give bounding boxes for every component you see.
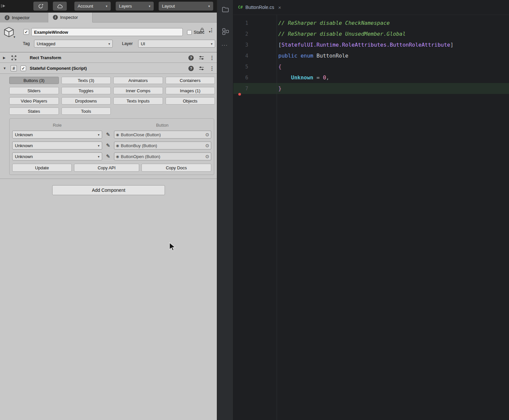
line-number[interactable]: 2 [233,31,277,37]
layout-label: Layout [162,4,175,9]
presets-icon[interactable] [199,55,204,61]
copy-docs-button[interactable]: Copy Docs [141,164,211,172]
category-button[interactable]: Buttons (3) [9,77,59,84]
add-component-button[interactable]: Add Component [52,185,165,195]
csharp-file-icon: C# [238,5,243,10]
role-dropdown[interactable]: Unknown▾ [12,152,102,160]
layer-dropdown[interactable]: UI ▾ [138,40,215,48]
presets-icon[interactable] [199,66,204,71]
code-text: } [277,85,282,92]
role-row: Unknown▾✎◉ButtonClose (Button)⊙ [12,130,211,139]
tab-inspector-1[interactable]: i Inspector [0,13,48,22]
line-number[interactable]: 7 [233,86,277,92]
object-picker-icon[interactable]: ⊙ [205,132,209,137]
category-button[interactable]: Dropdowns [61,97,111,105]
dock-icon [1,3,6,9]
stateful-component-header[interactable]: ▼ # ✓ Stateful Component (Script) ? ⋮ [0,63,217,74]
component-enabled-checkbox[interactable]: ✓ [20,65,26,71]
layout-dropdown[interactable]: Layout ▾ [159,2,213,11]
kebab-menu-icon[interactable]: ⋮ [210,55,215,61]
category-button[interactable]: Objects [166,97,215,105]
more-icon[interactable]: ··· [221,42,228,48]
cloud-button[interactable] [53,2,67,11]
red-marker-icon [238,93,241,96]
category-button[interactable]: Toggles [61,87,111,94]
object-icon: ◉ [116,144,119,148]
chevron-down-icon[interactable]: ▾ [14,35,15,39]
line-number[interactable]: 5 [233,64,277,70]
code-text: { [277,63,282,70]
help-icon[interactable]: ? [188,66,194,71]
check-icon: ✓ [24,30,28,34]
gameobject-active-checkbox[interactable]: ✓ [23,29,29,35]
code-editor[interactable]: 1// ReSharper disable CheckNamespace2// … [233,15,509,420]
tag-dropdown[interactable]: Untagged ▾ [34,40,113,48]
chevron-down-icon: ▾ [106,4,107,8]
category-button[interactable]: Sliders [9,87,59,94]
edit-role-icon[interactable]: ✎ [104,153,112,159]
code-line: 6 Unknown = 0, [233,72,509,83]
divider [0,179,217,179]
chevron-down-icon: ▾ [208,4,210,8]
account-dropdown[interactable]: Account ▾ [74,2,111,11]
object-field[interactable]: ◉ButtonOpen (Button)⊙ [114,152,211,160]
code-line: 5{ [233,61,509,72]
tab-inspector-2[interactable]: i Inspector [48,13,93,22]
line-number[interactable]: 4 [233,53,277,59]
unity-toolbar: Account ▾ Layers ▾ Layout ▾ [0,0,217,13]
account-label: Account [78,4,93,9]
category-button[interactable]: Texts Inputs [113,97,163,105]
layers-dropdown[interactable]: Layers ▾ [116,2,154,11]
tab-buttonrole-cs[interactable]: C# ButtonRole.cs × [233,0,286,15]
rect-transform-header[interactable]: ▶ Rect Transform ? ⋮ [0,52,217,63]
object-field-value: ButtonBuy (Button) [121,143,204,148]
role-value: Unknown [15,132,33,137]
component-title: Stateful Component (Script) [30,66,87,71]
object-field[interactable]: ◉ButtonBuy (Button)⊙ [114,142,211,149]
category-button[interactable]: Inner Comps [113,87,163,94]
help-icon[interactable]: ? [188,55,194,61]
code-editor-panel: ··· C# ButtonRole.cs × 1// ReSharper dis… [217,0,509,420]
category-button[interactable]: Texts (3) [61,77,111,84]
object-picker-icon[interactable]: ⊙ [205,154,209,159]
category-button[interactable]: Video Players [9,97,59,105]
gameobject-name-input[interactable]: ExampleWindow [31,28,183,36]
role-dropdown[interactable]: Unknown▾ [12,131,102,139]
tab-label: Inspector [12,15,29,20]
tab-label: Inspector [60,15,78,20]
category-button[interactable]: Animators [113,77,163,84]
static-label: Static [194,30,205,35]
foldout-expanded-icon[interactable]: ▼ [3,66,6,70]
kebab-menu-icon[interactable]: ⋮ [210,65,215,71]
edit-role-icon[interactable]: ✎ [104,132,112,138]
close-icon[interactable]: × [278,5,281,10]
static-checkbox[interactable] [187,30,192,35]
line-number[interactable]: 1 [233,20,277,26]
object-picker-icon[interactable]: ⊙ [205,143,209,148]
rect-transform-icon [11,55,17,61]
inspector-tab-icon: i [5,15,10,20]
line-number[interactable]: 3 [233,42,277,48]
copy-api-button[interactable]: Copy API [74,164,139,172]
update-button[interactable]: Update [12,164,72,172]
category-button[interactable]: Containers [166,77,215,84]
mouse-cursor [169,242,176,252]
unity-inspector-panel: Account ▾ Layers ▾ Layout ▾ i Inspector … [0,0,217,420]
foldout-collapsed-icon[interactable]: ▶ [3,56,6,60]
category-button[interactable]: Images (1) [166,87,215,94]
object-field[interactable]: ◉ButtonClose (Button)⊙ [114,131,211,139]
structure-icon[interactable] [221,27,229,35]
chevron-down-icon[interactable]: ▾ [209,30,211,33]
edit-role-icon[interactable]: ✎ [104,143,112,148]
role-table: Role Button Unknown▾✎◉ButtonClose (Butto… [9,118,214,175]
category-button[interactable]: Tools [61,107,111,115]
tag-label: Tag [23,41,30,46]
version-control-button[interactable] [33,2,48,11]
gameobject-name-value: ExampleWindow [34,30,68,35]
role-dropdown[interactable]: Unknown▾ [12,142,102,149]
category-button[interactable]: States [9,107,59,115]
line-number[interactable]: 6 [233,75,277,81]
inspector-tab-bar: i Inspector i Inspector ⋮ [0,13,217,22]
folder-icon[interactable] [221,6,229,14]
inspector-tab-icon: i [53,15,58,20]
